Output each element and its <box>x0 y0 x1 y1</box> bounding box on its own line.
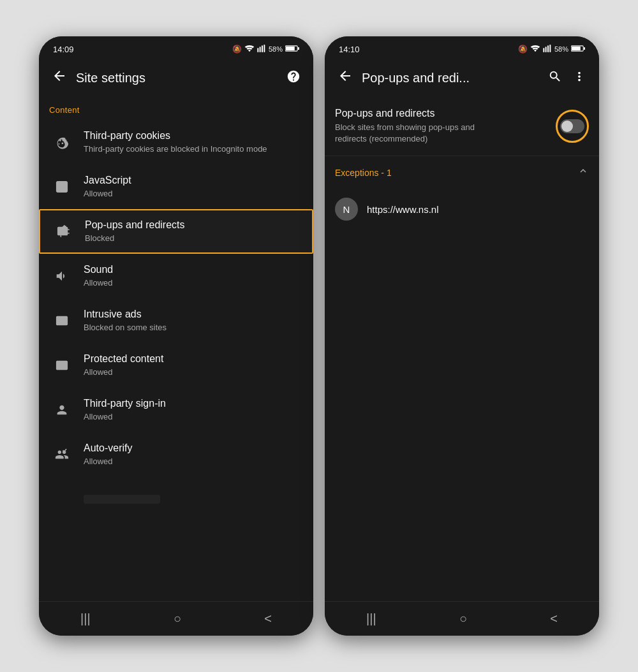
cookies-subtitle: Third-party cookies are blocked in Incog… <box>84 144 303 155</box>
right-top-bar: Pop-ups and redi... <box>325 59 599 96</box>
svg-point-9 <box>62 142 64 144</box>
settings-item-partial <box>39 477 313 522</box>
right-recent-button[interactable]: ||| <box>353 606 389 631</box>
exception-url: https://www.ns.nl <box>367 204 439 215</box>
right-more-button[interactable] <box>568 66 590 91</box>
signin-icon <box>49 397 75 423</box>
right-top-actions <box>544 66 590 91</box>
left-nav-bar: ||| ○ < <box>39 601 313 636</box>
svg-rect-1 <box>260 47 261 52</box>
ads-subtitle: Blocked on some sites <box>84 323 303 333</box>
svg-rect-22 <box>584 47 585 49</box>
right-back-nav-button[interactable]: < <box>537 606 570 631</box>
left-back-button[interactable] <box>48 64 71 91</box>
popup-setting-row[interactable]: Pop-ups and redirects Block sites from s… <box>325 96 599 156</box>
javascript-subtitle: Allowed <box>84 189 303 200</box>
left-phone: 14:09 🔕 58% Site settings <box>39 36 313 636</box>
right-status-icons: 🔕 58% <box>518 45 585 54</box>
left-help-button[interactable] <box>283 66 304 91</box>
autoverify-subtitle: Allowed <box>84 457 303 467</box>
svg-rect-15 <box>64 363 66 365</box>
protected-icon <box>49 353 75 378</box>
right-content: Pop-ups and redirects Block sites from s… <box>325 96 599 601</box>
exception-avatar: N <box>335 198 358 221</box>
svg-rect-5 <box>286 46 295 50</box>
autoverify-text: Auto-verify Allowed <box>84 442 303 467</box>
settings-item-autoverify[interactable]: Auto-verify Allowed <box>39 432 313 477</box>
popup-toggle[interactable] <box>560 119 584 133</box>
autoverify-title: Auto-verify <box>84 442 303 455</box>
right-page-title: Pop-ups and redi... <box>362 71 544 85</box>
svg-rect-19 <box>549 45 551 52</box>
right-home-button[interactable]: ○ <box>447 606 480 631</box>
popup-setting-title: Pop-ups and redirects <box>335 108 556 119</box>
protected-text: Protected content Allowed <box>84 353 303 378</box>
sound-subtitle: Allowed <box>84 278 303 289</box>
right-back-button[interactable] <box>334 64 357 91</box>
left-recent-button[interactable]: ||| <box>68 606 103 631</box>
exceptions-title: Exceptions - 1 <box>335 168 392 178</box>
autoverify-icon <box>49 442 75 467</box>
popup-setting-subtitle: Block sites from showing pop-ups and red… <box>335 122 488 144</box>
ads-title: Intrusive ads <box>84 308 303 321</box>
svg-rect-17 <box>545 47 547 52</box>
javascript-icon <box>49 174 75 200</box>
settings-item-protected[interactable]: Protected content Allowed <box>39 343 313 388</box>
signin-title: Third-party sign-in <box>84 397 303 411</box>
protected-title: Protected content <box>84 353 303 366</box>
right-phone: 14:10 🔕 58% Pop-ups and redi... <box>325 36 599 636</box>
settings-item-cookies[interactable]: Third-party cookies Third-party cookies … <box>39 120 313 164</box>
left-back-nav-button[interactable]: < <box>251 606 285 631</box>
signin-subtitle: Allowed <box>84 412 303 423</box>
popups-title: Pop-ups and redirects <box>85 219 302 232</box>
left-status-bar: 14:09 🔕 58% <box>39 36 313 59</box>
popup-setting-text: Pop-ups and redirects Block sites from s… <box>335 108 556 144</box>
cookies-text: Third-party cookies Third-party cookies … <box>84 129 303 155</box>
exceptions-header[interactable]: Exceptions - 1 <box>325 156 599 189</box>
phones-container: 14:09 🔕 58% Site settings <box>20 17 618 655</box>
toggle-container <box>556 110 589 143</box>
content-section-label: Content <box>39 96 313 120</box>
ads-text: Intrusive ads Blocked on some sites <box>84 308 303 333</box>
popup-icon <box>50 219 76 244</box>
left-content: Content Third-party cookies Third-party … <box>39 96 313 601</box>
settings-item-ads[interactable]: Intrusive ads Blocked on some sites <box>39 298 313 343</box>
svg-rect-3 <box>263 45 265 52</box>
svg-point-10 <box>59 143 60 145</box>
left-top-bar: Site settings <box>39 59 313 96</box>
javascript-text: JavaScript Allowed <box>84 174 303 200</box>
svg-rect-18 <box>547 45 549 52</box>
javascript-title: JavaScript <box>84 174 303 187</box>
popups-subtitle: Blocked <box>85 233 302 244</box>
settings-item-sound[interactable]: Sound Allowed <box>39 254 313 298</box>
left-home-button[interactable]: ○ <box>161 606 194 631</box>
protected-subtitle: Allowed <box>84 367 303 378</box>
cookies-title: Third-party cookies <box>84 129 303 143</box>
ads-icon <box>49 308 75 333</box>
svg-rect-13 <box>57 317 68 325</box>
right-search-button[interactable] <box>544 66 566 91</box>
svg-rect-16 <box>543 48 544 52</box>
popups-text: Pop-ups and redirects Blocked <box>85 219 302 244</box>
svg-rect-6 <box>298 47 299 49</box>
settings-item-popups[interactable]: Pop-ups and redirects Blocked <box>39 209 313 254</box>
settings-item-javascript[interactable]: JavaScript Allowed <box>39 164 313 209</box>
sound-title: Sound <box>84 263 303 277</box>
left-status-icons: 🔕 58% <box>232 45 299 54</box>
cookie-icon <box>49 129 75 155</box>
left-page-title: Site settings <box>76 71 283 85</box>
right-nav-bar: ||| ○ < <box>325 601 599 636</box>
left-status-time: 14:09 <box>53 45 74 54</box>
exception-item-ns[interactable]: N https://www.ns.nl <box>325 189 599 230</box>
toggle-knob <box>561 121 573 132</box>
sound-text: Sound Allowed <box>84 263 303 289</box>
svg-rect-2 <box>262 45 263 52</box>
settings-item-signin[interactable]: Third-party sign-in Allowed <box>39 388 313 432</box>
chevron-up-icon <box>577 165 589 180</box>
signin-text: Third-party sign-in Allowed <box>84 397 303 423</box>
svg-rect-21 <box>572 46 581 50</box>
right-status-bar: 14:10 🔕 58% <box>325 36 599 59</box>
right-status-time: 14:10 <box>339 45 360 54</box>
left-top-actions <box>283 66 304 91</box>
sound-icon <box>49 263 75 289</box>
